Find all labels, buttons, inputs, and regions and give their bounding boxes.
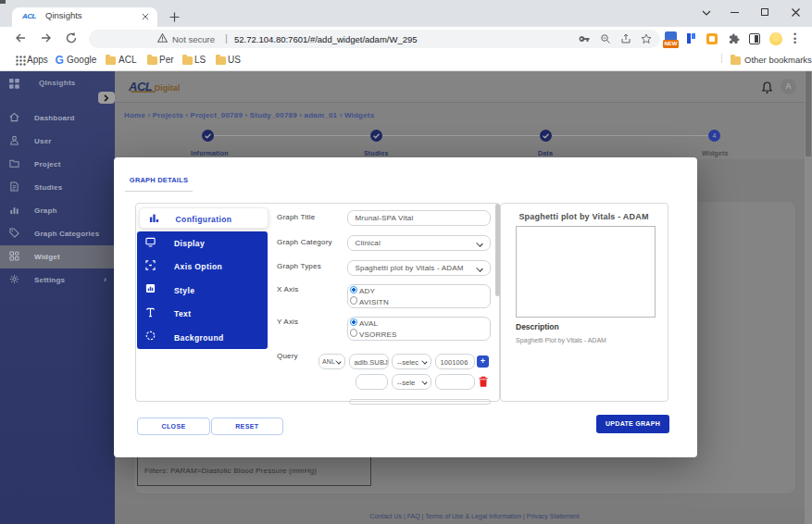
svg-text:4: 4	[713, 132, 717, 139]
